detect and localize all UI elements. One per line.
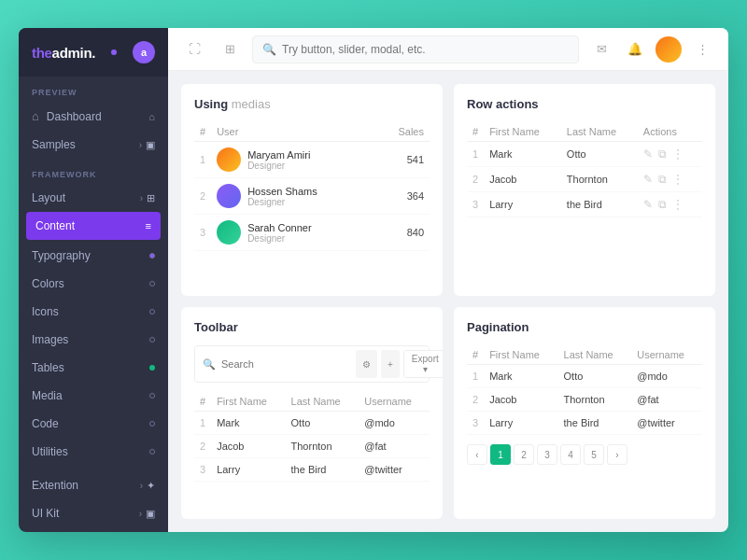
next-page-button[interactable]: › [607, 444, 627, 465]
sidebar-item-forms[interactable]: Forms › ☑ [19, 527, 168, 532]
row-username: @twitter [631, 412, 702, 435]
page-4-button[interactable]: 4 [560, 444, 581, 465]
copy-icon[interactable]: ⧉ [658, 147, 667, 161]
sidebar-item-layout[interactable]: Layout › ⊞ [19, 184, 168, 212]
copy-icon[interactable]: ⧉ [658, 173, 667, 186]
more-icon[interactable]: ⋮ [672, 198, 684, 211]
sidebar-item-label: Layout [32, 191, 65, 204]
sidebar-item-utilities[interactable]: Utilities [19, 438, 168, 466]
sidebar-item-label: Colors [32, 277, 64, 290]
indicator-icon [149, 393, 155, 399]
indicator-icon [149, 449, 155, 455]
prev-page-button[interactable]: ‹ [467, 444, 487, 465]
toolbar-table: # First Name Last Name Username 1 Mark O… [194, 392, 430, 482]
arrow-icon: › [140, 481, 143, 491]
avatar [217, 184, 241, 208]
row-actions-cell: ✎ ⧉ ⋮ [638, 192, 702, 217]
sidebar-item-content[interactable]: Content ≡ [26, 212, 161, 240]
row-lastname: Thornton [561, 167, 638, 192]
table-row: 2 Jacob Thornton @fat [194, 435, 430, 458]
row-num: 1 [194, 142, 211, 178]
table-row: 3 Larry the Bird @twitter [194, 458, 430, 482]
sidebar-item-media[interactable]: Media [19, 382, 168, 410]
row-num: 2 [194, 178, 211, 215]
card-row-actions: Row actions # First Name Last Name Actio… [454, 84, 715, 296]
logo-avatar: a [133, 41, 155, 63]
row-num: 1 [467, 142, 484, 167]
card-toolbar: Toolbar 🔍 ⚙ + Export ▾ # First Name [181, 307, 443, 519]
user-role: Designer [247, 161, 310, 171]
user-name: Maryam Amiri [247, 149, 310, 161]
sidebar-item-label: Typography [32, 249, 91, 262]
sidebar-item-colors[interactable]: Colors [19, 270, 168, 298]
settings-button[interactable]: ⚙ [356, 350, 377, 378]
copy-icon[interactable]: ⧉ [658, 198, 667, 211]
sidebar-item-samples[interactable]: Samples › ▣ [19, 131, 168, 159]
sidebar-item-uikit[interactable]: UI Kit › ▣ [19, 499, 168, 527]
col-actions: Actions [638, 122, 702, 142]
menu-button[interactable]: ⋮ [689, 36, 715, 63]
sidebar-item-label: Code [32, 417, 59, 430]
indicator-icon [149, 309, 155, 315]
pagination-table: # First Name Last Name Username 1 Mark O… [467, 345, 702, 435]
user-role: Designer [247, 197, 317, 207]
card-title-highlight: medias [232, 97, 271, 111]
sidebar-item-tables[interactable]: Tables [19, 354, 168, 382]
row-lastname: Otto [561, 142, 638, 167]
grid-button[interactable]: ⊞ [217, 36, 243, 63]
search-bar: 🔍 [252, 35, 579, 63]
row-actions-table: # First Name Last Name Actions 1 Mark Ot… [467, 122, 702, 217]
sidebar-item-label: Images [32, 333, 68, 346]
sidebar-item-label: Utilities [32, 445, 68, 458]
sidebar-item-label: Extention [32, 479, 78, 492]
col-num: # [194, 392, 211, 412]
search-input[interactable] [282, 43, 569, 56]
sidebar-item-label: Tables [32, 361, 64, 374]
card-title: Using medias [194, 97, 430, 111]
sidebar-item-typography[interactable]: Typography [19, 242, 168, 270]
bell-icon: 🔔 [627, 42, 642, 56]
content-icon: ≡ [146, 220, 151, 231]
row-firstname: Jacob [211, 435, 285, 458]
more-icon[interactable]: ⋮ [672, 173, 684, 186]
page-2-button[interactable]: 2 [514, 444, 534, 465]
search-icon: 🔍 [203, 358, 216, 371]
section-label-preview: PREVIEW [19, 77, 168, 102]
sidebar-item-label: Samples [32, 138, 76, 151]
row-num: 1 [467, 365, 484, 388]
add-button[interactable]: + [381, 350, 400, 378]
home-icon: ⌂ [32, 109, 39, 123]
table-row: 2 Jacob Thornton ✎ ⧉ ⋮ [467, 167, 702, 192]
col-user: User [211, 122, 375, 142]
expand-button[interactable]: ⛶ [181, 36, 207, 63]
edit-icon[interactable]: ✎ [643, 173, 653, 186]
table-row: 1 Maryam Amiri Designer 5 [194, 142, 430, 178]
sidebar: theadmin. a PREVIEW ⌂ Dashboard ⌂ Sample… [19, 28, 168, 532]
toolbar-search-bar: 🔍 ⚙ + Export ▾ [194, 345, 430, 383]
arrow-icon: › [139, 509, 142, 519]
sidebar-item-code[interactable]: Code [19, 410, 168, 438]
user-avatar[interactable] [655, 36, 682, 63]
bell-button[interactable]: 🔔 [622, 36, 648, 63]
row-user: Maryam Amiri Designer [211, 142, 375, 178]
edit-icon[interactable]: ✎ [643, 147, 653, 161]
sidebar-item-extention[interactable]: Extention › ✦ [19, 471, 168, 499]
sidebar-item-dashboard[interactable]: ⌂ Dashboard ⌂ [19, 102, 168, 131]
sidebar-item-images[interactable]: Images [19, 326, 168, 354]
sidebar-item-icons[interactable]: Icons [19, 298, 168, 326]
arrow-icon: › [139, 140, 142, 150]
email-button[interactable]: ✉ [588, 36, 614, 63]
export-button[interactable]: Export ▾ [403, 350, 443, 378]
page-1-button[interactable]: 1 [490, 444, 511, 465]
row-lastname: Otto [286, 412, 359, 435]
indicator-green-icon [149, 365, 155, 371]
toolbar-search-input[interactable] [221, 358, 350, 370]
user-name: Sarah Conner [247, 222, 312, 233]
edit-icon[interactable]: ✎ [643, 198, 653, 211]
sidebar-item-label: Icons [32, 305, 59, 318]
page-5-button[interactable]: 5 [584, 444, 604, 465]
topbar: ⛶ ⊞ 🔍 ✉ 🔔 ⋮ [168, 28, 728, 71]
page-3-button[interactable]: 3 [537, 444, 557, 465]
extention-icon: ✦ [147, 480, 155, 492]
more-icon[interactable]: ⋮ [672, 147, 684, 161]
